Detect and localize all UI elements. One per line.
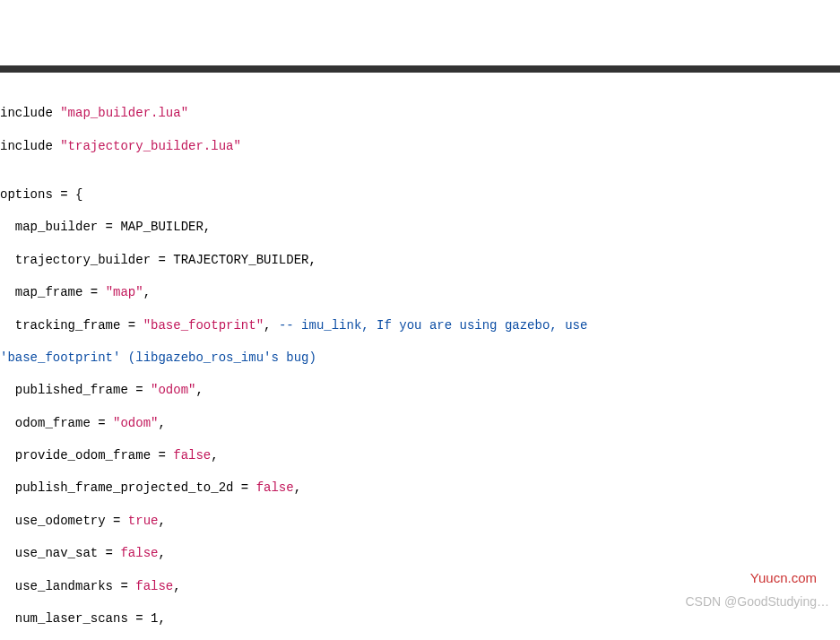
code-string: "base_footprint" [143,318,264,333]
code-editor-content: include "map_builder.lua" include "traje… [0,89,840,640]
code-line: use_landmarks = false, [0,578,840,594]
code-line: odom_frame = "odom", [0,415,840,431]
editor-topbar [0,65,840,73]
code-line: use_nav_sat = false, [0,545,840,561]
code-keyword: false [135,579,173,593]
code-line: include "map_builder.lua" [0,105,840,121]
code-line: num_laser_scans = 1, [0,610,840,627]
code-string: "map_builder.lua" [60,106,188,120]
code-string: "odom" [151,383,195,397]
code-line: include "trajectory_builder.lua" [0,138,840,154]
code-keyword: include [0,139,60,153]
code-string: "odom" [113,416,158,430]
code-line: map_frame = "map", [0,284,840,300]
code-keyword: include [0,106,60,120]
code-line: map_builder = MAP_BUILDER, [0,219,840,235]
code-line: published_frame = "odom", [0,382,840,398]
code-line: tracking_frame = "base_footprint", -- im… [0,317,840,333]
code-comment: -- imu_link, If you are using gazebo, us… [279,318,595,333]
code-line: trajectory_builder = TRAJECTORY_BUILDER, [0,252,840,268]
code-string: "trajectory_builder.lua" [60,139,241,153]
code-string: "map" [106,285,143,299]
watermark-yuucn: Yuucn.com [750,569,817,587]
watermark-csdn: CSDN @GoodStudying… [685,593,829,610]
code-comment: 'base_footprint' (libgazebo_ros_imu's bu… [0,350,316,365]
code-keyword: true [128,514,159,528]
code-keyword: false [256,480,294,495]
code-line: provide_odom_frame = false, [0,447,840,463]
code-line: publish_frame_projected_to_2d = false, [0,480,840,496]
code-line: 'base_footprint' (libgazebo_ros_imu's bu… [0,350,840,366]
code-keyword: false [173,448,211,463]
code-line: options = { [0,186,840,203]
code-line: use_odometry = true, [0,513,840,529]
code-keyword: false [120,546,158,560]
